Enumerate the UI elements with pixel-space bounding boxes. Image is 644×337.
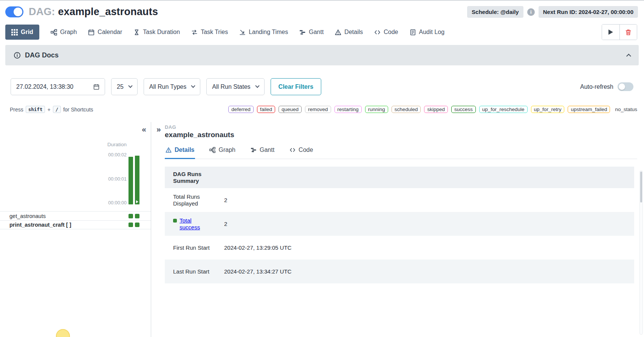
run-types-select[interactable]: All Run Types bbox=[144, 78, 200, 95]
nav-tab-calendar[interactable]: Calendar bbox=[88, 29, 122, 36]
subtab-details[interactable]: Details bbox=[165, 145, 195, 159]
task-row: get_astronauts bbox=[0, 211, 151, 220]
status-chip-upstream-failed[interactable]: upstream_failed bbox=[568, 106, 610, 113]
task-name[interactable]: get_astronauts bbox=[9, 213, 46, 219]
filter-bar: 27.02.2024, 13:38:30 25 All Run Types Al… bbox=[0, 78, 644, 95]
status-chip-up-for-reschedule[interactable]: up_for_reschedule bbox=[479, 106, 528, 113]
nav-tab-audit-log[interactable]: Audit Log bbox=[410, 29, 445, 36]
nav-tab-grid[interactable]: Grid bbox=[5, 25, 39, 40]
details-subtabs: Details Graph Gantt Code bbox=[165, 145, 637, 159]
status-chip-queued[interactable]: queued bbox=[279, 106, 302, 113]
subtab-graph[interactable]: Graph bbox=[209, 145, 236, 159]
task-name[interactable]: print_astronaut_craft [ ] bbox=[9, 222, 71, 228]
total-success-link[interactable]: Total success bbox=[180, 217, 210, 230]
nav-tab-graph[interactable]: Graph bbox=[51, 29, 77, 36]
trigger-dag-button[interactable] bbox=[602, 25, 619, 40]
status-chip-up-for-retry[interactable]: up_for_retry bbox=[531, 106, 565, 113]
status-chip-failed[interactable]: failed bbox=[257, 106, 275, 113]
caret-down-icon bbox=[191, 83, 195, 88]
status-chip-scheduled[interactable]: scheduled bbox=[392, 106, 421, 113]
chevron-up-icon[interactable] bbox=[626, 54, 631, 59]
row-label: Last Run Start bbox=[165, 264, 218, 279]
nav-tab-label: Gantt bbox=[309, 29, 324, 36]
run-states-select[interactable]: All Run States bbox=[206, 78, 264, 95]
details-panel: » DAG example_astronauts Details Graph G… bbox=[151, 122, 644, 337]
nav-tab-label: Calendar bbox=[98, 29, 122, 36]
y-tick: 00:00:00 bbox=[108, 200, 127, 206]
status-chip-running[interactable]: running bbox=[365, 106, 388, 113]
nav-tab-code[interactable]: Code bbox=[374, 29, 398, 36]
expand-panel-icon[interactable]: » bbox=[156, 125, 161, 133]
nav-tab-task-tries[interactable]: Task Tries bbox=[191, 29, 228, 36]
status-chip-no-status[interactable]: no_status bbox=[613, 106, 637, 113]
base-date-input[interactable]: 27.02.2024, 13:38:30 bbox=[11, 78, 105, 95]
duration-chart: Duration 00:00:02 00:00:01 00:00:00 bbox=[0, 122, 151, 211]
audit-log-icon bbox=[410, 29, 416, 36]
dag-pause-toggle[interactable] bbox=[5, 6, 23, 17]
row-value: 2024-02-27, 13:34:27 UTC bbox=[218, 268, 291, 275]
nav-tab-label: Landing Times bbox=[249, 29, 288, 36]
task-instance-success[interactable] bbox=[135, 223, 139, 227]
nav-tab-label: Grid bbox=[21, 29, 33, 36]
task-instance-group bbox=[128, 223, 139, 227]
code-icon bbox=[374, 29, 381, 36]
delete-dag-button[interactable] bbox=[619, 25, 637, 40]
nav-tab-task-duration[interactable]: Task Duration bbox=[133, 29, 180, 36]
warning-triangle-icon bbox=[166, 147, 172, 153]
status-chip-skipped[interactable]: skipped bbox=[424, 106, 448, 113]
auto-refresh-group: Auto-refresh bbox=[580, 82, 633, 91]
nav-tab-gantt[interactable]: Gantt bbox=[299, 29, 324, 36]
hourglass-icon bbox=[133, 29, 140, 36]
status-chip-removed[interactable]: removed bbox=[305, 106, 331, 113]
dag-view-nav: Grid Graph Calendar Task Duration Task T… bbox=[0, 20, 644, 42]
row-value: 2 bbox=[218, 221, 227, 227]
row-value: 2 bbox=[218, 197, 227, 203]
schedule-badge: Schedule: @daily bbox=[467, 6, 523, 18]
table-header-label: DAG Runs Summary bbox=[165, 167, 225, 188]
shift-key: shift bbox=[26, 106, 45, 113]
toggle-knob bbox=[14, 8, 22, 16]
details-scrollbar[interactable] bbox=[639, 170, 643, 335]
dag-runs-summary-table: DAG Runs Summary Total Runs Displayed 2 … bbox=[165, 167, 634, 283]
task-instance-success[interactable] bbox=[128, 214, 133, 218]
task-tries-icon bbox=[191, 29, 198, 36]
row-value: 2024-02-27, 13:29:05 UTC bbox=[218, 244, 291, 251]
floating-hint-dot[interactable] bbox=[56, 329, 70, 337]
run-bar[interactable] bbox=[128, 157, 133, 204]
dag-docs-bar[interactable]: DAG Docs bbox=[5, 45, 639, 65]
header: DAG: example_astronauts Schedule: @daily… bbox=[0, 1, 644, 20]
shortcuts-text: Press bbox=[10, 107, 23, 113]
status-chip-restarting[interactable]: restarting bbox=[334, 106, 362, 113]
task-instance-group bbox=[128, 214, 139, 218]
dag-prefix-label: DAG: bbox=[29, 6, 55, 17]
subtab-gantt[interactable]: Gantt bbox=[250, 145, 275, 159]
task-instance-success[interactable] bbox=[128, 223, 133, 227]
nav-tab-landing-times[interactable]: Landing Times bbox=[239, 29, 288, 36]
status-chip-deferred[interactable]: deferred bbox=[228, 106, 253, 113]
run-types-value: All Run Types bbox=[149, 83, 186, 90]
clear-filters-button[interactable]: Clear Filters bbox=[271, 78, 321, 95]
scrollbar-thumb[interactable] bbox=[640, 172, 642, 203]
caret-down-icon bbox=[128, 83, 132, 88]
calendar-icon bbox=[88, 29, 94, 36]
nav-tab-label: Task Tries bbox=[201, 29, 228, 36]
subtab-label: Graph bbox=[218, 147, 235, 153]
nav-tab-details[interactable]: Details bbox=[335, 29, 363, 36]
grid-icon bbox=[11, 29, 18, 36]
gantt-icon bbox=[251, 147, 257, 153]
run-duration-bars bbox=[128, 154, 139, 204]
subtab-code[interactable]: Code bbox=[289, 145, 314, 159]
graph-icon bbox=[209, 147, 215, 153]
nav-tab-label: Task Duration bbox=[143, 29, 180, 36]
task-instance-success[interactable] bbox=[135, 214, 139, 218]
page-title: DAG: example_astronauts bbox=[29, 6, 158, 18]
table-header-row: DAG Runs Summary bbox=[165, 167, 634, 188]
run-bar[interactable] bbox=[135, 156, 139, 204]
dag-name-label: example_astronauts bbox=[58, 6, 158, 17]
auto-refresh-toggle[interactable] bbox=[618, 82, 633, 91]
table-row: First Run Start 2024-02-27, 13:29:05 UTC bbox=[165, 236, 634, 260]
status-chip-success[interactable]: success bbox=[451, 106, 476, 113]
schedule-info-icon[interactable]: i bbox=[527, 8, 535, 16]
shortcuts-hint: Press shift + / for Shortcuts bbox=[10, 106, 93, 113]
page-size-select[interactable]: 25 bbox=[111, 78, 138, 95]
